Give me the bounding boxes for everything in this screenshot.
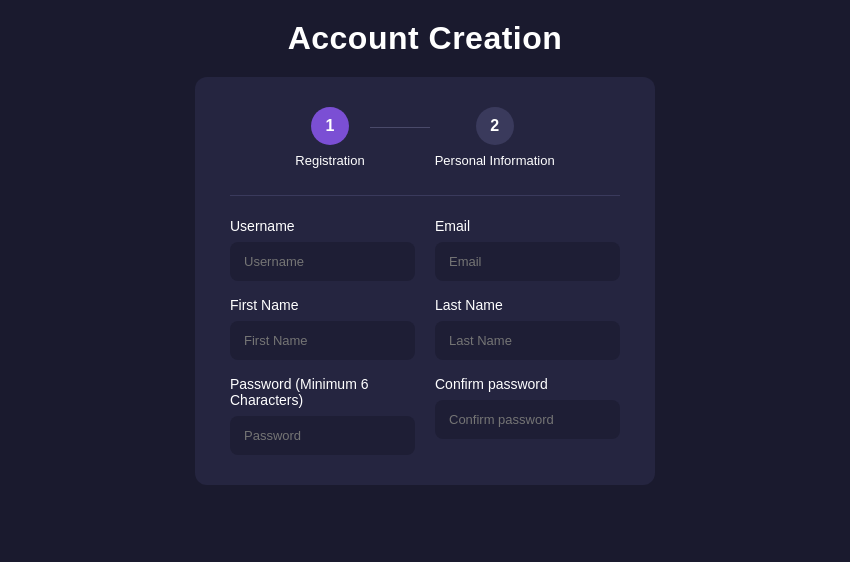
step-registration: 1 Registration <box>295 107 364 170</box>
confirm-password-input[interactable] <box>435 400 620 439</box>
last-name-label: Last Name <box>435 297 620 313</box>
email-group: Email <box>435 218 620 281</box>
username-input[interactable] <box>230 242 415 281</box>
last-name-group: Last Name <box>435 297 620 360</box>
step-number-2: 2 <box>490 117 499 135</box>
card: 1 Registration 2 Personal Information Us… <box>195 77 655 485</box>
password-input[interactable] <box>230 416 415 455</box>
last-name-input[interactable] <box>435 321 620 360</box>
first-name-group: First Name <box>230 297 415 360</box>
step-label-1: Registration <box>295 153 364 170</box>
step-circle-2: 2 <box>476 107 514 145</box>
stepper: 1 Registration 2 Personal Information <box>230 107 620 170</box>
step-personal-info: 2 Personal Information <box>435 107 555 170</box>
password-label: Password (Minimum 6 Characters) <box>230 376 415 408</box>
email-label: Email <box>435 218 620 234</box>
confirm-password-label: Confirm password <box>435 376 620 392</box>
form-grid: Username Email First Name Last Name Pass… <box>230 218 620 455</box>
first-name-label: First Name <box>230 297 415 313</box>
page-title: Account Creation <box>288 20 563 57</box>
username-label: Username <box>230 218 415 234</box>
step-connector <box>370 127 430 128</box>
step-number-1: 1 <box>326 117 335 135</box>
email-input[interactable] <box>435 242 620 281</box>
step-circle-1: 1 <box>311 107 349 145</box>
password-group: Password (Minimum 6 Characters) <box>230 376 415 455</box>
section-divider <box>230 195 620 196</box>
confirm-password-group: Confirm password <box>435 376 620 455</box>
first-name-input[interactable] <box>230 321 415 360</box>
page-wrapper: Account Creation 1 Registration 2 Person… <box>0 0 850 485</box>
username-group: Username <box>230 218 415 281</box>
step-label-2: Personal Information <box>435 153 555 170</box>
